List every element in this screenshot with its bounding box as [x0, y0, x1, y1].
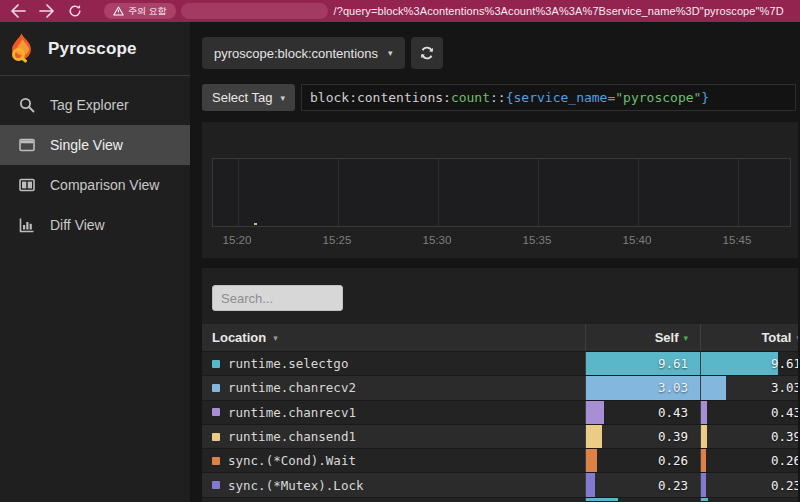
function-color-chip: [212, 481, 220, 489]
table-row[interactable]: runtime.chanrecv23.033.03: [202, 375, 798, 399]
total-bar: [701, 352, 778, 375]
forward-arrow-icon[interactable]: [39, 4, 55, 18]
location-cell: runtime.chanrecv1: [202, 401, 585, 424]
function-color-chip: [212, 408, 220, 416]
self-value: 9.61: [658, 352, 688, 375]
self-cell: 0.23: [585, 473, 700, 496]
function-name: runtime.chansend1: [228, 429, 356, 444]
self-cell: 0.43: [585, 401, 700, 424]
main-content: pyroscope:block:contentions ▾ Select Tag…: [190, 22, 800, 502]
chevron-down-icon: ▾: [280, 93, 285, 103]
table-row[interactable]: sync.(*Cond).Wait0.260.26: [202, 448, 798, 472]
timeline-gridline: [638, 159, 639, 226]
location-cell: runtime.chanrecv2: [202, 376, 585, 399]
query-segment: "pyroscope": [615, 90, 701, 105]
reload-icon[interactable]: [68, 4, 84, 18]
sidebar-item-comparison-view[interactable]: Comparison View: [0, 165, 190, 205]
back-arrow-icon[interactable]: [10, 4, 26, 18]
comparison-view-icon: [19, 177, 35, 193]
self-bar: [586, 473, 595, 496]
sort-caret-icon: ▾: [273, 333, 278, 343]
self-value: 0.43: [658, 401, 688, 424]
timeline-chart-area[interactable]: [212, 158, 791, 227]
sidebar-item-single-view[interactable]: Single View: [0, 125, 190, 165]
self-value: 0.26: [658, 449, 688, 472]
total-value: 0.39: [771, 425, 798, 448]
timeline-gridline: [338, 159, 339, 226]
app-logo-row: Pyroscope: [0, 22, 190, 76]
timeline-tick-label: 15:25: [323, 234, 352, 246]
self-cell: 0.26: [585, 449, 700, 472]
column-header-total[interactable]: Total ▾: [700, 324, 798, 351]
pyroscope-flame-logo-icon: [8, 33, 35, 64]
search-icon: [19, 97, 35, 113]
function-color-chip: [212, 433, 220, 441]
application-selector-dropdown[interactable]: pyroscope:block:contentions ▾: [202, 37, 405, 69]
timeline-tick-label: 15:20: [223, 234, 252, 246]
table-search-input[interactable]: [212, 285, 343, 311]
timeline-gridline: [738, 159, 739, 226]
application-selector-label: pyroscope:block:contentions: [214, 46, 378, 61]
flameql-query-input[interactable]: block:contentions:count::{service_name="…: [301, 84, 796, 111]
table-row[interactable]: runtime.selectgo9.619.61: [202, 351, 798, 375]
column-header-self[interactable]: Self ▾: [585, 324, 700, 351]
sidebar-item-label: Single View: [50, 137, 123, 153]
location-cell: sync.(*Cond).Wait: [202, 449, 585, 472]
table-row[interactable]: runtime.chanrecv10.430.43: [202, 400, 798, 424]
refresh-button[interactable]: [411, 37, 443, 69]
total-cell: 3.03: [700, 376, 798, 399]
total-bar: [701, 376, 726, 399]
function-name: runtime.chanrecv2: [228, 380, 356, 395]
total-bar: [701, 425, 707, 448]
timeline-tick-label: 15:35: [523, 234, 552, 246]
self-bar: [586, 498, 618, 501]
timeline-gridline: [538, 159, 539, 226]
total-cell: [700, 498, 798, 501]
total-value: 0.23: [771, 473, 798, 496]
table-body: runtime.selectgo9.619.61runtime.chanrecv…: [202, 351, 798, 501]
total-value: 3.03: [771, 376, 798, 399]
timeline-gridline: [438, 159, 439, 226]
total-bar: [701, 449, 706, 472]
total-cell: 9.61: [700, 352, 798, 375]
column-header-location[interactable]: Location ▾: [202, 324, 585, 351]
self-cell: 0.39: [585, 425, 700, 448]
chevron-down-icon: ▾: [388, 48, 393, 58]
query-segment: }: [701, 90, 709, 105]
profile-table: Location ▾ Self ▾ Total ▾ runtime.select…: [202, 324, 798, 501]
table-row[interactable]: sync.(*Mutex).Lock0.230.23: [202, 472, 798, 496]
total-cell: 0.23: [700, 473, 798, 496]
select-tag-dropdown[interactable]: Select Tag ▾: [202, 84, 295, 111]
address-bar-url[interactable]: /?query=block%3Acontentions%3Acount%3A%3…: [334, 5, 784, 17]
self-bar: [586, 449, 597, 472]
function-name: runtime.chanrecv1: [228, 405, 356, 420]
location-cell: runtime.chansend1: [202, 425, 585, 448]
self-value: 0.23: [658, 473, 688, 496]
timeline-tick-label: 15:40: [623, 234, 652, 246]
table-row[interactable]: runtime.chansend10.390.39: [202, 424, 798, 448]
total-cell: 0.43: [700, 401, 798, 424]
timeline-gridline: [238, 159, 239, 226]
sidebar-item-tag-explorer[interactable]: Tag Explorer: [0, 85, 190, 125]
total-bar: [701, 401, 707, 424]
browser-topbar: 주의 요함 /?query=block%3Acontentions%3Acoun…: [0, 0, 800, 22]
app-toolbar: pyroscope:block:contentions ▾: [202, 37, 800, 69]
security-warning-chip[interactable]: 주의 요함: [104, 3, 176, 19]
function-color-chip: [212, 384, 220, 392]
self-cell: 9.61: [585, 352, 700, 375]
sidebar: Pyroscope Tag ExplorerSingle ViewCompari…: [0, 22, 190, 502]
sidebar-item-label: Comparison View: [50, 177, 159, 193]
table-header-row: Location ▾ Self ▾ Total ▾: [202, 324, 798, 351]
query-segment: ::: [490, 90, 506, 105]
function-name: sync.(*Cond).Wait: [228, 453, 356, 468]
sort-caret-icon: ▾: [796, 333, 798, 343]
function-name: sync.(*Mutex).Lock: [228, 478, 363, 493]
total-bar: [701, 498, 708, 501]
sidebar-item-label: Tag Explorer: [50, 97, 129, 113]
sidebar-item-diff-view[interactable]: Diff View: [0, 205, 190, 245]
redacted-hostname: [181, 3, 328, 19]
query-segment: count: [451, 90, 490, 105]
timeline-tick-label: 15:30: [423, 234, 452, 246]
timeline-data-sample: [254, 223, 257, 225]
total-cell: 0.26: [700, 449, 798, 472]
